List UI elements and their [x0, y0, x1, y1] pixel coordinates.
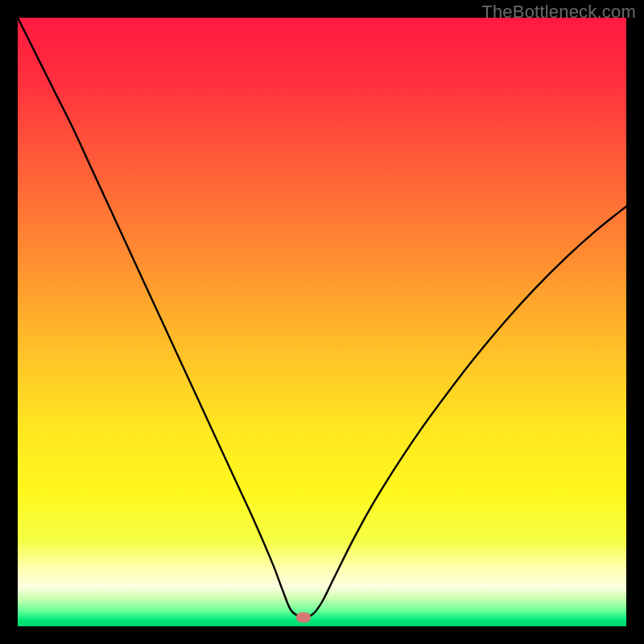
plot-area	[18, 18, 626, 626]
chart-frame: TheBottleneck.com	[0, 0, 644, 644]
watermark-text: TheBottleneck.com	[481, 2, 636, 23]
bottleneck-curve	[18, 18, 626, 626]
optimal-point-marker	[296, 612, 311, 622]
